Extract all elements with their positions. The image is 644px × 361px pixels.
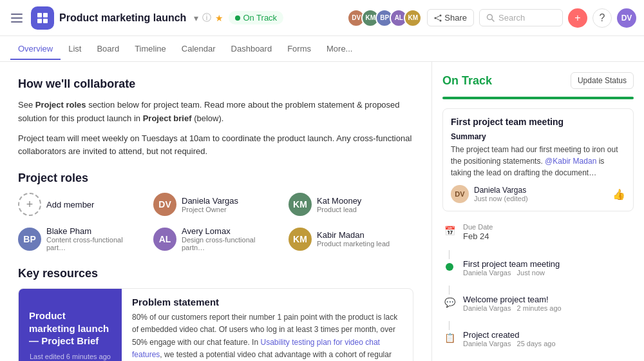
timeline-line — [449, 250, 450, 259]
svg-point-7 — [440, 14, 442, 16]
resources-title: Key resources — [18, 267, 413, 280]
roles-section: Project roles + Add member DV Daniela Va… — [18, 171, 413, 251]
status-badge[interactable]: On Track — [229, 11, 283, 24]
help-button[interactable]: ? — [592, 8, 612, 28]
role-info-blake: Blake Pham Content cross-functional part… — [46, 226, 143, 251]
hamburger-icon[interactable] — [8, 9, 26, 27]
meeting-card-title: First project team meeting — [451, 117, 625, 127]
avatars-group[interactable]: DV KM BP AL KM — [347, 9, 422, 27]
svg-rect-5 — [37, 19, 42, 23]
project-brief-bold: Project brief — [143, 113, 192, 123]
thumbnail-title: Product marketing launch — Project Brief — [29, 309, 111, 347]
svg-line-10 — [437, 18, 440, 20]
welcome-tl-content: Welcome project team! Daniela Vargas 2 m… — [463, 295, 562, 312]
timeline-line — [449, 321, 450, 330]
role-item-avery: AL Avery Lomax Design cross-functional p… — [153, 226, 278, 251]
meeting-author: DV Daniela Vargas Just now (edited) — [451, 185, 528, 203]
tab-board[interactable]: Board — [89, 39, 127, 60]
project-title: Product marketing launch — [59, 12, 186, 24]
svg-rect-6 — [43, 19, 48, 23]
mention-kabir[interactable]: @Kabir Madan — [545, 157, 596, 166]
status-dot — [235, 15, 240, 21]
like-icon[interactable]: 👍 — [612, 188, 625, 200]
resource-thumbnail: Product marketing launch — Project Brief… — [19, 289, 122, 361]
problem-text: 80% of our customers report their number… — [132, 311, 402, 361]
role-info-avery: Avery Lomax Design cross-functional part… — [182, 226, 278, 251]
resource-content: Problem statement 80% of our customers r… — [122, 289, 413, 361]
tab-dashboard[interactable]: Dashboard — [223, 39, 280, 60]
problem-title: Problem statement — [132, 297, 402, 307]
avatar[interactable]: KM — [404, 9, 422, 27]
svg-rect-0 — [11, 14, 23, 15]
user-avatar[interactable]: DV — [617, 8, 636, 28]
project-roles-bold: Project roles — [35, 100, 86, 110]
tab-list[interactable]: List — [61, 39, 89, 60]
role-info-daniela: Daniela Vargas Project Owner — [182, 196, 238, 213]
overview-content: How we'll collaborate See Project roles … — [0, 62, 431, 361]
comment-icon: 💬 — [442, 295, 457, 309]
author-name: Daniela Vargas — [474, 186, 528, 195]
role-avatar-blake: BP — [18, 228, 41, 251]
summary-label: Summary — [451, 132, 625, 141]
update-status-button[interactable]: Update Status — [571, 72, 634, 89]
share-icon — [434, 14, 442, 22]
share-button[interactable]: Share — [427, 9, 474, 26]
milestone-icon — [442, 260, 457, 274]
author-time: Just now (edited) — [474, 195, 528, 202]
calendar-icon: 📅 — [442, 224, 457, 238]
tab-overview[interactable]: Overview — [10, 39, 61, 60]
tab-more[interactable]: More... — [319, 39, 360, 60]
collaborate-paragraph-2: Project team will meet weekly on Tuesday… — [18, 132, 413, 159]
svg-point-8 — [440, 19, 442, 21]
role-avatar-kat: KM — [289, 193, 312, 216]
tab-calendar[interactable]: Calendar — [174, 39, 223, 60]
svg-line-13 — [492, 19, 495, 22]
svg-rect-1 — [11, 17, 23, 19]
topbar: Product marketing launch ▾ ⓘ ★ On Track … — [0, 0, 644, 36]
timeline-item-due-date: 📅 Due Date Feb 24 — [442, 223, 634, 241]
search-icon — [486, 14, 495, 22]
role-avatar-avery: AL — [153, 228, 176, 251]
status-label: On Track — [243, 13, 277, 23]
tab-timeline[interactable]: Timeline — [127, 39, 174, 60]
collaborate-title: How we'll collaborate — [18, 77, 413, 91]
role-item-daniela: DV Daniela Vargas Project Owner — [153, 193, 278, 216]
summary-text: The project team had our first meeting t… — [451, 144, 625, 179]
thumbnail-meta: Last edited 6 minutes ago — [30, 353, 111, 360]
topbar-right: DV KM BP AL KM Share Search + ? DV — [347, 8, 636, 28]
svg-rect-2 — [11, 21, 23, 23]
role-info-kabir: Kabir Madan Product marketing lead — [317, 230, 390, 248]
add-member-button[interactable]: + — [18, 193, 41, 216]
role-item-kabir: KM Kabir Madan Product marketing lead — [289, 226, 413, 251]
role-item-blake: BP Blake Pham Content cross-functional p… — [18, 226, 143, 251]
sidebar-progress-bar — [442, 97, 634, 99]
star-icon[interactable]: ★ — [215, 13, 223, 23]
tab-forms[interactable]: Forms — [279, 39, 319, 60]
search-box[interactable]: Search — [479, 9, 563, 26]
author-avatar: DV — [451, 185, 469, 203]
role-info-kat: Kat Mooney Product lead — [317, 196, 361, 213]
created-tl-content: Project created Daniela Vargas 25 days a… — [463, 330, 556, 347]
roles-title: Project roles — [18, 171, 413, 185]
info-icon[interactable]: ⓘ — [202, 12, 211, 24]
role-avatar-daniela: DV — [153, 193, 176, 216]
timeline-item-created: 📋 Project created Daniela Vargas 25 days… — [442, 330, 634, 347]
meeting-tl-content: First project team meeting Daniela Varga… — [463, 259, 560, 277]
collaborate-section: How we'll collaborate See Project roles … — [18, 77, 413, 159]
chevron-down-icon[interactable]: ▾ — [194, 13, 198, 23]
author-details: Daniela Vargas Just now (edited) — [474, 186, 528, 202]
app-icon — [31, 6, 54, 30]
roles-grid: + Add member DV Daniela Vargas Project O… — [18, 193, 413, 251]
add-member-label: Add member — [46, 200, 94, 210]
green-dot — [446, 263, 453, 271]
svg-line-11 — [437, 15, 440, 17]
svg-rect-4 — [43, 13, 48, 17]
sidebar-status-title: On Track — [442, 74, 492, 88]
collaborate-paragraph-1: See Project roles section below for proj… — [18, 99, 413, 126]
main-content: How we'll collaborate See Project roles … — [0, 62, 644, 361]
add-button[interactable]: + — [568, 8, 587, 28]
meeting-footer: DV Daniela Vargas Just now (edited) 👍 — [451, 185, 625, 203]
title-icons: ▾ ⓘ ★ — [194, 12, 223, 24]
resource-card[interactable]: Product marketing launch — Project Brief… — [18, 288, 413, 361]
add-member-item[interactable]: + Add member — [18, 193, 143, 216]
